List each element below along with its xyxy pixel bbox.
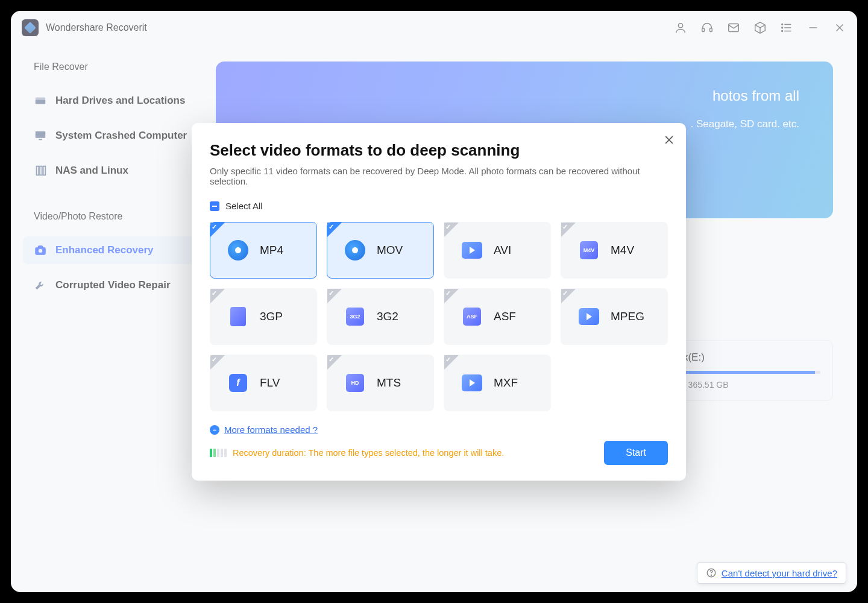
svg-rect-18 bbox=[40, 166, 42, 175]
check-corner-icon bbox=[327, 289, 342, 303]
format-card-mxf[interactable]: MXF bbox=[444, 355, 551, 411]
format-card-asf[interactable]: ASFASF bbox=[444, 288, 551, 345]
svg-point-9 bbox=[782, 31, 783, 32]
svg-point-21 bbox=[38, 248, 42, 253]
sidebar: File Recover Hard Drives and Locations S… bbox=[11, 45, 216, 592]
sidebar-item-label: Hard Drives and Locations bbox=[55, 95, 185, 107]
help-detect-drive[interactable]: Can't detect your hard drive? bbox=[697, 562, 846, 584]
format-tag-icon: HD bbox=[344, 372, 366, 394]
monitor-icon bbox=[34, 129, 47, 142]
headset-icon[interactable] bbox=[700, 21, 714, 34]
format-label: MP4 bbox=[260, 244, 283, 257]
more-formats-row: − More formats needed ? bbox=[210, 425, 668, 435]
minimize-icon[interactable] bbox=[807, 21, 820, 34]
format-card-flv[interactable]: fFLV bbox=[210, 355, 317, 411]
sidebar-section-file-recover: File Recover bbox=[23, 62, 204, 72]
titlebar-icon-group bbox=[674, 21, 846, 34]
svg-rect-13 bbox=[36, 99, 46, 104]
check-corner-icon bbox=[210, 223, 225, 237]
modal-close-button[interactable] bbox=[663, 134, 675, 148]
svg-point-7 bbox=[782, 24, 783, 25]
duration-bars-icon bbox=[210, 449, 227, 457]
sidebar-item-hard-drives[interactable]: Hard Drives and Locations bbox=[23, 87, 204, 115]
svg-point-8 bbox=[782, 27, 783, 28]
format-label: MXF bbox=[494, 376, 518, 390]
titlebar: Wondershare Recoverit bbox=[11, 11, 857, 45]
chat-bubble-icon: − bbox=[210, 425, 219, 435]
sidebar-item-system-crashed[interactable]: System Crashed Computer bbox=[23, 122, 204, 150]
svg-rect-3 bbox=[729, 24, 739, 32]
format-label: MOV bbox=[377, 244, 403, 257]
sidebar-item-label: System Crashed Computer bbox=[55, 130, 187, 142]
check-corner-icon bbox=[561, 289, 576, 303]
svg-rect-16 bbox=[39, 139, 42, 140]
svg-point-0 bbox=[678, 24, 682, 28]
format-card-3g2[interactable]: 3G23G2 bbox=[327, 288, 434, 345]
format-card-3gp[interactable]: 3GP bbox=[210, 288, 317, 345]
select-all-checkbox[interactable]: Select All bbox=[210, 201, 668, 211]
help-detect-drive-link[interactable]: Can't detect your hard drive? bbox=[722, 568, 837, 578]
hard-drive-icon bbox=[34, 94, 47, 107]
modal-subtitle: Only specific 11 video formats can be re… bbox=[210, 166, 668, 186]
mail-icon[interactable] bbox=[727, 21, 740, 34]
svg-rect-2 bbox=[710, 28, 712, 31]
format-card-avi[interactable]: AVI bbox=[444, 222, 551, 279]
format-label: 3G2 bbox=[377, 310, 398, 323]
more-formats-link[interactable]: More formats needed ? bbox=[224, 425, 318, 435]
check-corner-icon bbox=[444, 223, 459, 237]
select-all-label: Select All bbox=[225, 201, 263, 211]
banner-headline-fragment: hotos from all bbox=[245, 86, 804, 106]
check-corner-icon bbox=[327, 223, 342, 237]
format-label: ASF bbox=[494, 310, 516, 323]
server-icon bbox=[34, 164, 47, 177]
format-grid: MP4MOVAVIM4VM4V3GP3G23G2ASFASFMPEGfFLVHD… bbox=[210, 222, 668, 411]
question-icon bbox=[706, 567, 717, 578]
format-card-mpeg[interactable]: MPEG bbox=[561, 288, 668, 345]
format-tag-icon: 3G2 bbox=[344, 306, 366, 327]
format-label: FLV bbox=[260, 376, 280, 390]
svg-rect-22 bbox=[38, 246, 42, 248]
format-circle-icon bbox=[227, 239, 249, 261]
sidebar-item-corrupted-repair[interactable]: Corrupted Video Repair bbox=[23, 271, 204, 299]
app-logo bbox=[22, 19, 39, 36]
format-label: MTS bbox=[377, 376, 401, 390]
sidebar-item-enhanced-recovery[interactable]: Enhanced Recovery bbox=[23, 236, 204, 264]
format-card-m4v[interactable]: M4VM4V bbox=[561, 222, 668, 279]
list-icon[interactable] bbox=[780, 21, 793, 34]
camera-icon bbox=[34, 244, 47, 257]
format-tag-icon: M4V bbox=[578, 239, 600, 261]
package-icon[interactable] bbox=[753, 21, 767, 34]
sidebar-item-label: NAS and Linux bbox=[55, 165, 128, 177]
wrench-icon bbox=[34, 279, 47, 292]
format-card-mov[interactable]: MOV bbox=[327, 222, 434, 279]
modal-footer: Recovery duration: The more file types s… bbox=[210, 441, 668, 465]
format-label: 3GP bbox=[260, 310, 283, 323]
format-play-icon bbox=[461, 239, 483, 261]
duration-note: Recovery duration: The more file types s… bbox=[233, 448, 504, 458]
app-title: Wondershare Recoverit bbox=[46, 22, 147, 33]
app-window: Wondershare Recoverit File Recover Hard … bbox=[11, 11, 857, 592]
format-play-icon bbox=[461, 372, 483, 394]
sidebar-section-video-photo: Video/Photo Restore bbox=[23, 211, 204, 222]
sidebar-item-nas-linux[interactable]: NAS and Linux bbox=[23, 157, 204, 185]
format-circle-icon bbox=[344, 239, 366, 261]
check-corner-icon bbox=[327, 355, 342, 370]
format-flash-icon: f bbox=[227, 372, 249, 394]
close-window-icon[interactable] bbox=[833, 21, 846, 34]
format-play-icon bbox=[578, 306, 600, 327]
check-corner-icon bbox=[561, 223, 576, 237]
user-icon[interactable] bbox=[674, 21, 687, 34]
duration-indicator: Recovery duration: The more file types s… bbox=[210, 448, 504, 458]
check-corner-icon bbox=[444, 355, 459, 370]
format-tag-icon: ASF bbox=[461, 306, 483, 327]
format-card-mts[interactable]: HDMTS bbox=[327, 355, 434, 411]
sidebar-item-label: Enhanced Recovery bbox=[55, 244, 154, 256]
start-button[interactable]: Start bbox=[604, 441, 668, 465]
format-doc-icon bbox=[227, 306, 249, 327]
svg-rect-19 bbox=[43, 166, 46, 175]
modal-title: Select video formats to do deep scanning bbox=[210, 141, 668, 160]
format-card-mp4[interactable]: MP4 bbox=[210, 222, 317, 279]
format-label: M4V bbox=[611, 244, 634, 257]
format-label: AVI bbox=[494, 244, 511, 257]
svg-rect-17 bbox=[37, 166, 39, 175]
